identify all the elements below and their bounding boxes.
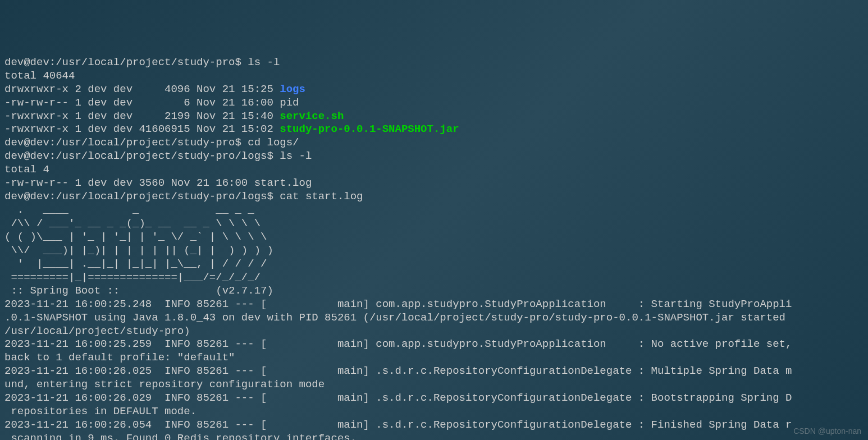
log-line-10: 2023-11-21 16:00:26.054 INFO 85261 --- [… — [4, 419, 864, 432]
spring-banner-6: =========|_|==============|___/=/_/_/_/ — [4, 271, 864, 285]
log-line-5: back to 1 default profile: "default" — [4, 351, 864, 365]
ls-total-1: total 40644 — [4, 70, 864, 83]
log-line-7: und, entering strict repository configur… — [4, 378, 864, 392]
prompt-line-1: dev@dev:/usr/local/project/study-pro$ ls… — [4, 56, 864, 70]
ls-total-2: total 4 — [4, 163, 864, 177]
terminal-output[interactable]: dev@dev:/usr/local/project/study-pro$ ls… — [4, 56, 864, 440]
spring-banner-7: :: Spring Boot :: (v2.7.17) — [4, 285, 864, 298]
ls-row-service: -rwxrwxr-x 1 dev dev 2199 Nov 21 15:40 s… — [4, 110, 864, 123]
watermark: CSDN @upton-nan — [793, 427, 861, 437]
log-line-8: 2023-11-21 16:00:26.029 INFO 85261 --- [… — [4, 392, 864, 405]
log-line-11: scanning in 9 ms. Found 0 Redis reposito… — [4, 432, 864, 440]
exec-service-sh: service.sh — [280, 110, 344, 122]
spring-banner-2: /\\ / ___'_ __ _ _(_)_ __ __ _ \ \ \ \ — [4, 217, 864, 231]
log-line-1: 2023-11-21 16:00:25.248 INFO 85261 --- [… — [4, 298, 864, 311]
ls-row-logs: drwxrwxr-x 2 dev dev 4096 Nov 21 15:25 l… — [4, 83, 864, 97]
exec-jar: study-pro-0.0.1-SNAPSHOT.jar — [280, 123, 459, 135]
ls-row-pid: -rw-rw-r-- 1 dev dev 6 Nov 21 16:00 pid — [4, 97, 864, 110]
log-line-9: repositories in DEFAULT mode. — [4, 405, 864, 419]
spring-banner-4: \\/ ___)| |_)| | | | | || (_| | ) ) ) ) — [4, 244, 864, 258]
dir-logs: logs — [280, 83, 305, 95]
prompt-line-3: dev@dev:/usr/local/project/study-pro/log… — [4, 150, 864, 163]
spring-banner-1: . ____ _ __ _ _ — [4, 204, 864, 217]
prompt-line-4: dev@dev:/usr/local/project/study-pro/log… — [4, 190, 864, 204]
spring-banner-5: ' |____| .__|_| |_|_| |_\__, | / / / / — [4, 258, 864, 271]
log-line-6: 2023-11-21 16:00:26.025 INFO 85261 --- [… — [4, 365, 864, 378]
ls-row-startlog: -rw-rw-r-- 1 dev dev 3560 Nov 21 16:00 s… — [4, 177, 864, 190]
log-line-3: /usr/local/project/study-pro) — [4, 325, 864, 338]
prompt-line-2: dev@dev:/usr/local/project/study-pro$ cd… — [4, 136, 864, 150]
log-line-4: 2023-11-21 16:00:25.259 INFO 85261 --- [… — [4, 338, 864, 351]
ls-row-jar: -rwxrwxr-x 1 dev dev 41606915 Nov 21 15:… — [4, 123, 864, 136]
log-line-2: .0.1-SNAPSHOT using Java 1.8.0_43 on dev… — [4, 311, 864, 325]
spring-banner-3: ( ( )\___ | '_ | '_| | '_ \/ _` | \ \ \ … — [4, 231, 864, 244]
